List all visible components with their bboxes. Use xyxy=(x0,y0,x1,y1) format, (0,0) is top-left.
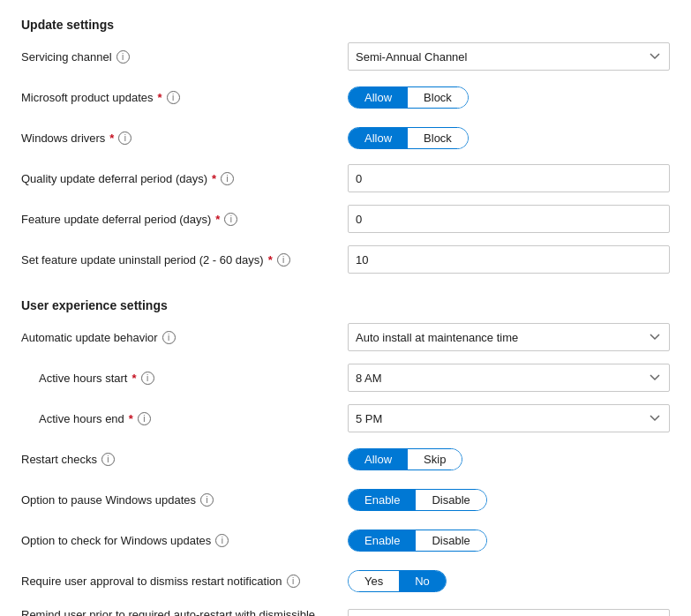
feature-update-uninstall-row: Set feature update uninstall period (2 -… xyxy=(21,245,670,274)
feature-update-deferral-info-icon[interactable]: i xyxy=(224,213,237,226)
feature-update-uninstall-info-icon[interactable]: i xyxy=(277,253,290,267)
active-hours-end-label: Active hours end * i xyxy=(21,412,348,425)
servicing-channel-label: Servicing channel i xyxy=(21,50,348,64)
microsoft-product-block-btn[interactable]: Block xyxy=(408,87,468,108)
windows-drivers-allow-btn[interactable]: Allow xyxy=(349,128,408,148)
windows-drivers-row: Windows drivers * i Allow Block xyxy=(21,124,670,152)
microsoft-product-updates-row: Microsoft product updates * i Allow Bloc… xyxy=(21,83,670,111)
option-pause-updates-info-icon[interactable]: i xyxy=(200,493,214,507)
microsoft-product-control: Allow Block xyxy=(348,86,670,109)
microsoft-product-toggle: Allow Block xyxy=(348,86,469,109)
restart-checks-skip-btn[interactable]: Skip xyxy=(408,449,462,470)
user-experience-title: User experience settings xyxy=(21,298,670,312)
active-hours-start-info-icon[interactable]: i xyxy=(141,372,154,385)
user-experience-section: User experience settings Automatic updat… xyxy=(21,298,670,616)
quality-update-control xyxy=(348,164,670,192)
windows-drivers-toggle: Allow Block xyxy=(348,127,469,149)
restart-checks-label: Restart checks i xyxy=(21,453,348,466)
option-check-updates-info-icon[interactable]: i xyxy=(215,534,229,547)
require-user-approval-label: Require user approval to dismiss restart… xyxy=(21,575,348,588)
restart-checks-allow-btn[interactable]: Allow xyxy=(349,449,408,470)
option-check-updates-label: Option to check for Windows updates i xyxy=(21,534,348,547)
restart-checks-control: Allow Skip xyxy=(348,448,670,470)
require-user-approval-yes-btn[interactable]: Yes xyxy=(349,571,399,591)
update-settings-section: Update settings Servicing channel i Semi… xyxy=(21,18,670,274)
windows-drivers-label: Windows drivers * i xyxy=(21,131,348,145)
microsoft-product-info-icon[interactable]: i xyxy=(167,91,180,104)
restart-checks-info-icon[interactable]: i xyxy=(101,453,115,466)
active-hours-start-control: 8 AM 6 AM 7 AM 9 AM xyxy=(348,364,670,392)
option-check-enable-btn[interactable]: Enable xyxy=(349,530,416,551)
automatic-update-behavior-control: Auto install at maintenance time Notify … xyxy=(348,323,670,351)
require-user-approval-toggle: Yes No xyxy=(348,570,447,592)
option-check-updates-row: Option to check for Windows updates i En… xyxy=(21,526,670,554)
active-hours-end-dropdown[interactable]: 5 PM 4 PM 6 PM 7 PM xyxy=(348,404,670,432)
remind-dismissible-control xyxy=(348,607,670,616)
windows-drivers-info-icon[interactable]: i xyxy=(118,131,131,145)
windows-drivers-control: Allow Block xyxy=(348,127,670,149)
active-hours-end-row: Active hours end * i 5 PM 4 PM 6 PM 7 PM xyxy=(21,404,670,432)
servicing-channel-row: Servicing channel i Semi-Annual Channel … xyxy=(21,42,670,71)
feature-update-deferral-label: Feature update deferral period (days) * … xyxy=(21,213,348,226)
option-check-updates-control: Enable Disable xyxy=(348,530,670,552)
feature-update-deferral-row: Feature update deferral period (days) * … xyxy=(21,205,670,233)
microsoft-product-updates-label: Microsoft product updates * i xyxy=(21,91,348,104)
remind-dismissible-label: Remind user prior to required auto-resta… xyxy=(21,607,348,616)
servicing-channel-dropdown[interactable]: Semi-Annual Channel Beta Channel Current… xyxy=(348,42,670,71)
active-hours-end-control: 5 PM 4 PM 6 PM 7 PM xyxy=(348,404,670,432)
option-pause-updates-label: Option to pause Windows updates i xyxy=(21,493,348,507)
feature-update-uninstall-input[interactable] xyxy=(348,245,670,274)
feature-update-deferral-input[interactable] xyxy=(348,205,670,233)
servicing-channel-info-icon[interactable]: i xyxy=(116,50,130,64)
feature-update-deferral-control xyxy=(348,205,670,233)
windows-drivers-block-btn[interactable]: Block xyxy=(408,128,468,148)
restart-checks-row: Restart checks i Allow Skip xyxy=(21,445,670,473)
remind-dismissible-row: Remind user prior to required auto-resta… xyxy=(21,607,670,616)
option-pause-updates-toggle: Enable Disable xyxy=(348,489,487,511)
require-user-approval-no-btn[interactable]: No xyxy=(399,571,446,591)
automatic-update-behavior-dropdown[interactable]: Auto install at maintenance time Notify … xyxy=(348,323,670,351)
require-user-approval-row: Require user approval to dismiss restart… xyxy=(21,567,670,595)
servicing-channel-control: Semi-Annual Channel Beta Channel Current… xyxy=(348,42,670,71)
active-hours-start-dropdown[interactable]: 8 AM 6 AM 7 AM 9 AM xyxy=(348,364,670,392)
option-pause-updates-control: Enable Disable xyxy=(348,489,670,511)
active-hours-start-row: Active hours start * i 8 AM 6 AM 7 AM 9 … xyxy=(21,364,670,392)
automatic-update-behavior-row: Automatic update behavior i Auto install… xyxy=(21,323,670,351)
quality-update-info-icon[interactable]: i xyxy=(221,172,234,185)
update-settings-title: Update settings xyxy=(21,18,670,32)
option-pause-disable-btn[interactable]: Disable xyxy=(416,490,485,510)
automatic-update-behavior-info-icon[interactable]: i xyxy=(162,331,176,344)
require-user-approval-control: Yes No xyxy=(348,570,670,592)
quality-update-deferral-row: Quality update deferral period (days) * … xyxy=(21,164,670,192)
option-pause-updates-row: Option to pause Windows updates i Enable… xyxy=(21,485,670,514)
active-hours-end-info-icon[interactable]: i xyxy=(138,412,151,425)
option-check-updates-toggle: Enable Disable xyxy=(348,530,487,552)
feature-update-uninstall-label: Set feature update uninstall period (2 -… xyxy=(21,253,348,267)
remind-dismissible-input[interactable] xyxy=(348,609,670,616)
require-user-approval-info-icon[interactable]: i xyxy=(287,575,300,588)
restart-checks-toggle: Allow Skip xyxy=(348,448,462,470)
option-pause-enable-btn[interactable]: Enable xyxy=(349,490,416,510)
quality-update-deferral-label: Quality update deferral period (days) * … xyxy=(21,172,348,185)
quality-update-input[interactable] xyxy=(348,164,670,192)
feature-update-uninstall-control xyxy=(348,245,670,274)
microsoft-product-allow-btn[interactable]: Allow xyxy=(349,87,408,108)
automatic-update-behavior-label: Automatic update behavior i xyxy=(21,331,348,344)
option-check-disable-btn[interactable]: Disable xyxy=(416,530,485,551)
active-hours-start-label: Active hours start * i xyxy=(21,372,348,385)
